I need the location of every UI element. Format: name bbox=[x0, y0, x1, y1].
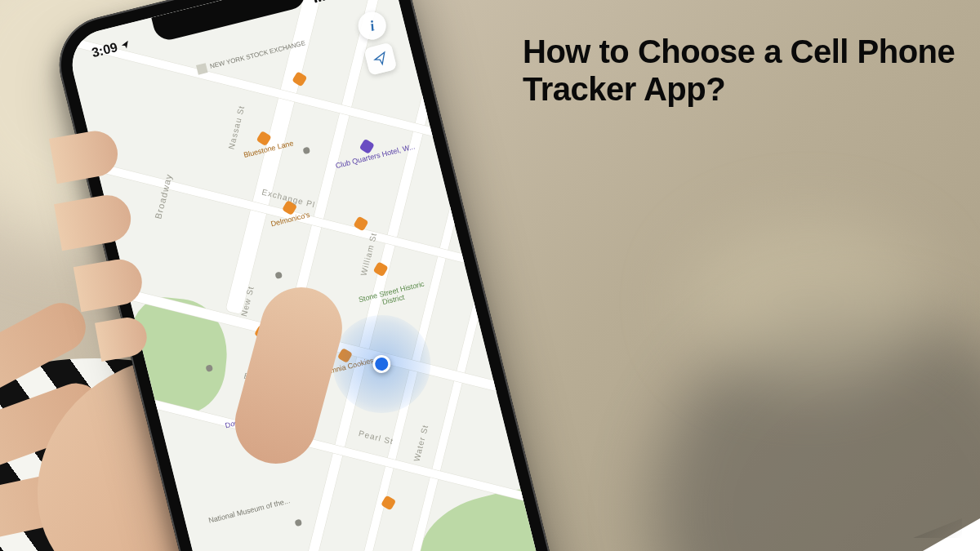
subway-station[interactable] bbox=[274, 271, 283, 279]
street-label: Pearl St bbox=[358, 429, 394, 446]
street-label: Water St bbox=[412, 424, 430, 463]
subway-station[interactable] bbox=[294, 519, 302, 527]
signal-icon bbox=[313, 0, 329, 3]
street-label: Nassau St bbox=[226, 104, 246, 150]
background-blur bbox=[686, 220, 931, 384]
location-arrow-icon bbox=[372, 50, 390, 68]
status-time: 3:09 bbox=[91, 40, 119, 60]
article-headline: How to Choose a Cell Phone Tracker App? bbox=[523, 33, 973, 108]
subway-station[interactable] bbox=[302, 147, 310, 155]
landmark-label: National Museum of the... bbox=[207, 496, 291, 525]
location-arrow-icon bbox=[119, 39, 131, 51]
info-icon: i bbox=[368, 17, 376, 35]
